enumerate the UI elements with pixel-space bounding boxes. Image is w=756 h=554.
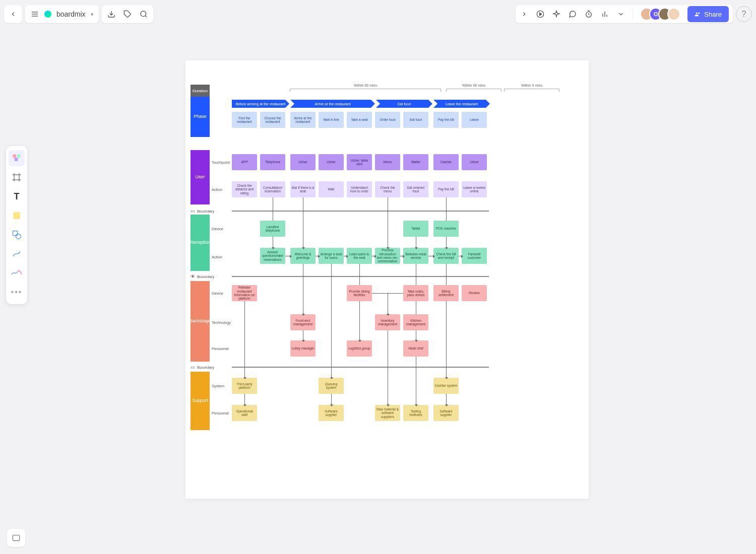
search-icon[interactable] — [139, 10, 148, 19]
user-action-box[interactable]: Ask if there is a seat — [290, 181, 316, 197]
phase-arrow[interactable]: Arrive at the restaurant — [290, 100, 375, 108]
touchpoint-box[interactable]: Cashier — [433, 154, 459, 170]
step-box[interactable]: Choose the restaurant — [260, 112, 285, 128]
touchpoint-box[interactable]: Usher — [290, 154, 316, 170]
more-icon[interactable] — [616, 10, 625, 19]
frame-tool[interactable] — [9, 169, 25, 185]
user-action-box[interactable]: Consultation/ reservation — [260, 181, 285, 197]
backstage-personnel-box[interactable]: Lobby manager — [290, 340, 316, 357]
canvas[interactable]: DurationWithin 60 minsWithin 60 minsWith… — [185, 60, 589, 499]
connector-tool[interactable] — [9, 246, 25, 262]
boundary-label[interactable]: Boundary — [191, 365, 214, 370]
support-system-box[interactable]: Queuing system — [319, 378, 344, 394]
download-icon[interactable] — [107, 10, 116, 19]
user-action-box[interactable]: Wait — [319, 181, 344, 197]
user-action-box[interactable]: Leave a review online — [462, 181, 487, 197]
phase-arrow[interactable]: Before arriving at the restaurant — [232, 100, 289, 108]
step-box[interactable]: Leave — [462, 112, 487, 128]
sublabel-action[interactable]: Action — [212, 187, 232, 192]
backstage-personnel-box[interactable]: Head chef — [403, 340, 428, 357]
duration-bracket[interactable] — [504, 89, 559, 92]
boundary-label[interactable]: Boundary — [191, 274, 214, 279]
duration-label[interactable]: Within 60 mins — [290, 84, 441, 87]
user-action-box[interactable]: Pay the bill — [433, 181, 459, 197]
support-personnel-box[interactable]: Operational staff — [232, 405, 257, 421]
more-tool[interactable]: ••• — [9, 284, 25, 300]
lane-user[interactable]: User — [191, 150, 210, 204]
help-button[interactable]: ? — [736, 6, 752, 22]
step-box[interactable]: Eat food — [403, 112, 428, 128]
support-system-box[interactable]: Cashier system — [433, 378, 459, 394]
step-box[interactable]: Pay the bill — [433, 112, 459, 128]
sublabel-device[interactable]: Device — [212, 291, 232, 296]
share-button[interactable]: Share — [687, 6, 729, 22]
phase-arrow[interactable]: Leave the restaurant — [433, 100, 490, 108]
templates-tool[interactable] — [9, 150, 25, 166]
sublabel-action[interactable]: Action — [212, 255, 232, 259]
support-personnel-box[interactable]: Software supplier — [433, 405, 459, 421]
avatar-stack[interactable]: O — [640, 8, 680, 21]
reception-action-box[interactable]: Lead users to the seat — [347, 248, 372, 264]
menu-icon[interactable] — [30, 10, 39, 19]
reception-device-box[interactable]: POS machine — [433, 221, 459, 237]
sublabel-personnel[interactable]: Personnel — [212, 347, 232, 351]
backstage-device-box[interactable]: Review — [462, 285, 487, 301]
lane-backstage[interactable]: Backstage — [191, 281, 210, 362]
touchpoint-box[interactable]: APP — [232, 154, 257, 170]
reception-action-box[interactable]: Welcome & greetings — [290, 248, 316, 264]
reception-action-box[interactable]: Process introduction and menu rec- ommen… — [375, 248, 400, 264]
touchpoint-box[interactable]: Menu — [375, 154, 400, 170]
step-box[interactable]: Find the restaurant — [232, 112, 257, 128]
comment-icon[interactable] — [568, 10, 577, 19]
service-blueprint-diagram[interactable]: DurationWithin 60 minsWithin 60 minsWith… — [185, 60, 589, 499]
app-title[interactable]: boardmix — [56, 10, 86, 18]
user-action-box[interactable]: Eat ordered food — [403, 181, 428, 197]
user-action-box[interactable]: Check the distance and rating — [232, 181, 257, 197]
phase-arrow[interactable]: Eat food — [376, 100, 432, 108]
play-icon[interactable] — [536, 10, 545, 19]
lane-reception[interactable]: Reception — [191, 215, 210, 271]
step-box[interactable]: Order food — [375, 112, 400, 128]
user-action-box[interactable]: Check the menu — [375, 181, 400, 197]
duration-bracket[interactable] — [446, 89, 501, 92]
reception-action-box[interactable]: Farewell customer — [462, 248, 487, 264]
support-personnel-box[interactable]: Software supplier — [319, 405, 344, 421]
reception-device-box[interactable]: Landline telephone — [260, 221, 285, 237]
sublabel-personnel[interactable]: Personnel — [212, 411, 232, 416]
backstage-tech-box[interactable]: Inventory management — [375, 314, 400, 330]
backstage-tech-box[interactable]: Front-end management — [290, 314, 316, 330]
avatar[interactable] — [667, 8, 680, 21]
touchpoint-box[interactable]: Usher — [319, 154, 344, 170]
step-box[interactable]: Arrive at the restaurant — [290, 112, 316, 128]
touchpoint-box[interactable]: Telephone — [260, 154, 285, 170]
backstage-device-box[interactable]: Billing settlement — [433, 285, 459, 301]
chart-icon[interactable] — [600, 10, 609, 19]
sublabel-device[interactable]: Device — [212, 227, 232, 231]
duration-label[interactable]: Within 5 mins — [504, 84, 559, 87]
reception-action-box[interactable]: Check the bill and receipt — [433, 248, 459, 264]
duration-bracket[interactable] — [290, 89, 441, 92]
backstage-tech-box[interactable]: Kitchen management — [403, 314, 428, 330]
lane-phase[interactable]: Phase — [191, 97, 210, 137]
sublabel-technology[interactable]: Technology — [212, 320, 232, 325]
backstage-device-box[interactable]: Take notes, pass dishes — [403, 285, 428, 301]
layers-button[interactable] — [7, 529, 25, 547]
duration-header[interactable]: Duration — [191, 85, 210, 97]
lane-support[interactable]: Support — [191, 372, 210, 430]
touchpoint-box[interactable]: Waiter — [403, 154, 428, 170]
chevron-down-icon[interactable]: ▾ — [91, 11, 94, 18]
line-tool[interactable] — [9, 265, 25, 281]
support-personnel-box[interactable]: Testing institutes — [403, 405, 428, 421]
support-personnel-box[interactable]: Raw material & software suppliers — [375, 405, 400, 421]
sublabel-touchpoint[interactable]: Touchpoint — [212, 160, 232, 165]
step-box[interactable]: Take a seat — [347, 112, 372, 128]
shape-tool[interactable] — [9, 227, 25, 243]
sticky-tool[interactable] — [9, 207, 25, 224]
user-action-box[interactable]: Understand how to order — [347, 181, 372, 197]
boundary-label[interactable]: Boundary — [191, 209, 214, 214]
reception-device-box[interactable]: Tablet — [403, 221, 428, 237]
sublabel-system[interactable]: System — [212, 384, 232, 388]
sparkle-icon[interactable] — [552, 10, 561, 19]
duration-label[interactable]: Within 60 mins — [446, 84, 501, 87]
support-system-box[interactable]: Third-party platform — [232, 378, 257, 394]
